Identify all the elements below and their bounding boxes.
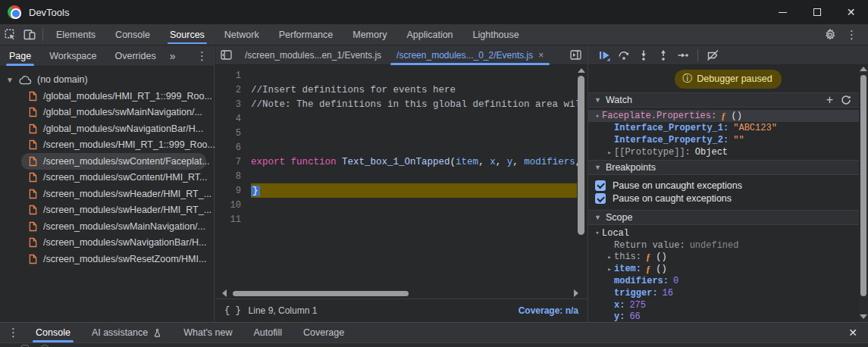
tab-lighthouse[interactable]: Lighthouse: [463, 24, 529, 45]
tree-file-item[interactable]: /screen_modules/swContent/Faceplat...: [0, 153, 214, 170]
navigator-menu-icon[interactable]: ⋮: [190, 49, 214, 63]
step-icon[interactable]: [673, 46, 693, 64]
tree-file-item[interactable]: /global_modules/swNavigationBar/H...: [0, 120, 214, 137]
line-number[interactable]: 10: [215, 200, 241, 211]
caret-down-icon[interactable]: ▾: [593, 112, 602, 120]
caret-right-icon[interactable]: ▸: [605, 265, 614, 274]
variable-row[interactable]: modifiers:0: [588, 275, 868, 287]
checkbox[interactable]: [595, 193, 606, 204]
caret-down-icon[interactable]: ▾: [593, 229, 602, 237]
tab-sources[interactable]: Sources: [160, 24, 215, 45]
tree-root-no-domain[interactable]: ▼ (no domain): [0, 71, 214, 88]
maximize-button[interactable]: [800, 0, 834, 24]
tree-file-item[interactable]: /screen_modules/swResetZoom/HMI...: [0, 251, 214, 267]
variable-row[interactable]: ▾Faceplate.Properties:ƒ (): [588, 110, 868, 122]
variable-row[interactable]: trigger:16: [588, 287, 868, 299]
scroll-up-arrow[interactable]: [578, 68, 585, 73]
more-tabs-chevron[interactable]: »: [165, 50, 180, 62]
variable-row[interactable]: ▸this:ƒ (): [588, 252, 868, 264]
tab-performance[interactable]: Performance: [269, 24, 343, 45]
breakpoints-section-header[interactable]: ▼ Breakpoints: [588, 160, 868, 175]
add-watch-icon[interactable]: +: [826, 94, 833, 106]
line-number[interactable]: 4: [215, 114, 241, 124]
line-number[interactable]: 8: [215, 171, 241, 182]
tab-application[interactable]: Application: [396, 24, 462, 45]
checkbox[interactable]: [595, 180, 606, 191]
variable-row[interactable]: y:66: [588, 311, 868, 324]
tree-file-item[interactable]: /screen_modules/swNavigationBar/H...: [0, 235, 214, 252]
drawer-tab-autofill[interactable]: Autofill: [243, 323, 293, 343]
variable-row[interactable]: ▾Local: [588, 227, 868, 239]
drawer-tab-ai-assistance[interactable]: AI assistance: [81, 323, 173, 343]
drawer-tab-coverage[interactable]: Coverage: [293, 323, 355, 343]
panel-vertical-scrollbar[interactable]: [859, 65, 868, 322]
close-tab-icon[interactable]: ×: [538, 50, 544, 61]
code-token: //Note: The definitions in this global d…: [251, 99, 578, 110]
drawer-tab-what-s-new[interactable]: What's new: [173, 323, 243, 343]
tree-file-item[interactable]: /global_modules/HMI_RT_1::999_Roo...: [0, 88, 214, 105]
sidebar-tab-workspace[interactable]: Workspace: [40, 45, 105, 67]
device-toolbar-icon[interactable]: [20, 25, 39, 45]
line-number[interactable]: 9: [215, 186, 241, 196]
tree-file-item[interactable]: /screen_modules/swContent/HMI_RT...: [0, 170, 214, 186]
drawer-menu-icon[interactable]: ⋮: [0, 326, 25, 339]
scroll-down-arrow[interactable]: [860, 314, 867, 319]
tree-file-item[interactable]: /screen_modules/swHeader/HMI_RT_...: [0, 186, 214, 202]
editor-tab[interactable]: /screen_modules..._0_2/Events.js×: [389, 45, 551, 65]
tree-file-item[interactable]: /global_modules/swMainNavigation/...: [0, 105, 214, 121]
close-drawer-icon[interactable]: ✕: [838, 327, 868, 339]
line-number[interactable]: 5: [215, 128, 241, 139]
sidebar-tab-page[interactable]: Page: [0, 45, 40, 67]
deactivate-breakpoints-icon[interactable]: [703, 46, 722, 64]
file-label: /screen_modules/swContent/Faceplat...: [43, 156, 210, 167]
scroll-up-arrow[interactable]: [860, 67, 867, 71]
open-sidebar-icon[interactable]: [570, 50, 588, 60]
tab-network[interactable]: Network: [215, 24, 269, 45]
line-number[interactable]: 11: [215, 214, 241, 225]
watch-section-header[interactable]: ▼ Watch +: [588, 92, 868, 108]
step-out-icon[interactable]: [653, 46, 673, 64]
pretty-print-icon[interactable]: { }: [215, 305, 249, 316]
scroll-left-arrow[interactable]: [218, 289, 227, 297]
line-number[interactable]: 7: [215, 157, 241, 167]
line-number[interactable]: 1: [215, 70, 241, 81]
variable-row[interactable]: ▸[[Prototype]]:Object: [588, 146, 868, 158]
line-number[interactable]: 6: [215, 142, 241, 153]
tree-file-item[interactable]: /screen_modules/swMainNavigation/...: [0, 218, 214, 235]
caret-right-icon[interactable]: ▸: [605, 253, 614, 261]
inspect-element-icon[interactable]: [0, 25, 20, 45]
scrollbar-thumb[interactable]: [860, 75, 866, 296]
sidebar-tab-overrides[interactable]: Overrides: [106, 45, 165, 67]
variable-row[interactable]: Interface_Property_2:"": [588, 134, 868, 146]
scroll-right-arrow[interactable]: [574, 289, 582, 297]
refresh-watch-icon[interactable]: [841, 95, 851, 105]
hide-navigator-icon[interactable]: [215, 50, 237, 60]
drawer-tab-console[interactable]: Console: [25, 323, 81, 343]
settings-gear-icon[interactable]: [820, 25, 840, 45]
scope-section-header[interactable]: ▼ Scope: [588, 210, 868, 225]
tab-console[interactable]: Console: [105, 24, 160, 45]
variable-row[interactable]: ▸item:ƒ (): [588, 263, 868, 275]
editor-tab[interactable]: /screen_modules...en_1/Events.js: [237, 45, 389, 65]
minimize-button[interactable]: [766, 0, 800, 24]
close-button[interactable]: ✕: [834, 0, 868, 24]
resume-script-icon[interactable]: [594, 46, 614, 64]
step-into-icon[interactable]: [634, 46, 653, 64]
caret-right-icon[interactable]: ▸: [605, 148, 614, 157]
editor-horizontal-scrollbar[interactable]: [217, 289, 585, 298]
step-over-icon[interactable]: [614, 46, 634, 64]
line-number[interactable]: 2: [215, 85, 241, 95]
scrollbar-thumb[interactable]: [578, 76, 584, 235]
variable-row[interactable]: Return value:undefined: [588, 239, 868, 252]
tree-file-item[interactable]: /screen_modules/swHeader/HMI_RT_...: [0, 202, 214, 219]
variable-row[interactable]: Interface_Property_1:"ABC123": [588, 122, 868, 134]
coverage-status[interactable]: Coverage: n/a: [519, 305, 588, 316]
more-options-icon[interactable]: ⋮: [840, 28, 863, 42]
tree-file-item[interactable]: /screen_modules/HMI_RT_1::999_Roo...: [0, 137, 214, 154]
variable-row[interactable]: x:275: [588, 299, 868, 311]
tab-memory[interactable]: Memory: [343, 24, 396, 45]
line-number[interactable]: 3: [215, 99, 241, 110]
tab-elements[interactable]: Elements: [46, 24, 105, 45]
scrollbar-thumb[interactable]: [233, 291, 409, 296]
caret-down-icon[interactable]: ▼: [5, 76, 15, 84]
